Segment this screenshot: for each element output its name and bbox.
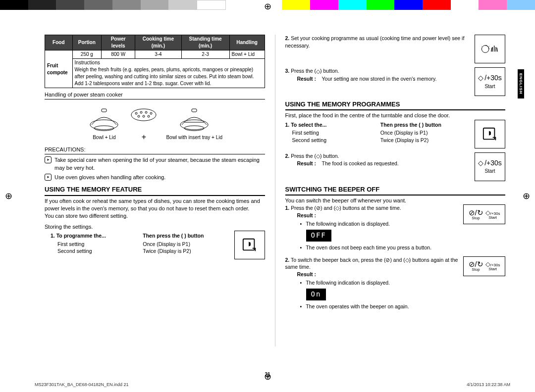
table-header-row: Food Portion Power levels Cooking time (…: [45, 35, 265, 50]
memprog-step-1: 1. To select the... First setting Second…: [285, 120, 506, 148]
body-text: You can store two different setting.: [45, 212, 265, 220]
beeper-step-1: 1. Press the (⊘) and (◇) buttons at the …: [285, 204, 506, 252]
svg-point-8: [138, 115, 140, 117]
memory-feature-title: USING THE MEMORY FEATURE: [45, 185, 265, 196]
step-num: 1.: [285, 205, 290, 211]
col-head: Then press the ( ) button: [380, 121, 471, 129]
beeper-step-2: 2. To switch the beeper back on, press t…: [285, 256, 506, 311]
step-text: ) and (: [390, 257, 405, 263]
registration-mark-icon: ⊕: [264, 1, 271, 12]
body-text: If you often cook or reheat the same typ…: [45, 197, 265, 213]
cell: First setting: [292, 129, 375, 137]
lcd-display: OFF: [306, 230, 331, 242]
step-text: ) buttons at the same time.: [339, 205, 401, 211]
th-food: Food: [45, 35, 73, 50]
result-label: Result :: [297, 271, 317, 277]
result-text: The food is cooked as requested.: [322, 160, 399, 166]
bullet-text: The oven does not beep each time you pre…: [306, 244, 431, 251]
cooking-table: Food Portion Power levels Cooking time (…: [45, 35, 265, 88]
print-footer: MS23F301TAK_BA_DE68-04182N_EN.indd 21 4/…: [35, 382, 510, 387]
column-divider: [275, 35, 275, 346]
registration-mark-icon: ⊕: [5, 191, 12, 201]
table-row: Instructions Weigh the fresh fruits (e.g…: [45, 59, 265, 88]
handling-subhead: Handling of power steam cooker: [45, 91, 265, 99]
page-content: Food Portion Power levels Cooking time (…: [0, 0, 535, 366]
instructions-text: Weigh the fresh fruits (e.g. apples, pea…: [75, 67, 254, 86]
steamer-icon: [87, 105, 121, 132]
footer-right: 4/1/2013 10:22:38 AM: [467, 382, 510, 387]
cell: Once (Display is P1): [143, 241, 230, 248]
step-text: Press the (: [291, 153, 316, 159]
page-number: 21: [265, 372, 270, 377]
step-3: 3. Press the (◇) button. Result : Your s…: [285, 67, 506, 96]
footer-left: MS23F301TAK_BA_DE68-04182N_EN.indd 21: [35, 382, 128, 387]
cell: First setting: [57, 241, 138, 248]
start-30s-icon: ◇/+30s Start: [475, 152, 505, 181]
precautions-title: PRECAUTIONS:: [45, 146, 265, 154]
precaution-item: Take special care when opening the lid o…: [45, 156, 265, 172]
step-text: Press the (: [291, 205, 316, 211]
table-row: Fruit compote 250 g 800 W 3-4 2-3 Bowl +…: [45, 50, 265, 59]
result-label: Result :: [297, 76, 317, 82]
svg-point-4: [135, 112, 137, 114]
step-num: 2.: [285, 153, 290, 159]
instructions-label: Instructions: [75, 60, 100, 65]
steamer-caption: Bowl with insert tray + Lid: [166, 134, 222, 141]
memory-step-1: 1. To programme the... First setting Sec…: [45, 231, 265, 259]
th-portion: Portion: [72, 35, 102, 50]
steamer-icon: [177, 105, 212, 132]
th-power: Power levels: [102, 35, 135, 50]
plus30s-label: /+30s: [484, 73, 502, 83]
step-text: ) button.: [320, 68, 339, 74]
language-tab: ENGLISH: [518, 69, 524, 98]
result-label: Result :: [297, 212, 317, 218]
right-column: 2. Set your cooking programme as usual (…: [285, 35, 506, 346]
svg-text:+: +: [488, 45, 490, 47]
stop-label: Stop: [472, 216, 480, 220]
cell: Second setting: [292, 137, 375, 144]
memory-button-icon: [234, 231, 265, 259]
step-num: 3.: [285, 68, 290, 74]
bullet-text: The following indication is displayed.: [306, 220, 390, 228]
svg-point-10: [148, 115, 150, 117]
svg-rect-1: [102, 109, 107, 112]
left-column: Food Portion Power levels Cooking time (…: [45, 35, 265, 346]
body-text: You can switch the beeper off whenever y…: [285, 197, 506, 204]
bullet-text: The oven operates with the beeper on aga…: [306, 303, 409, 310]
steamer-tray-icon: [126, 102, 161, 130]
step-num: 2.: [285, 35, 290, 41]
note-icon: [45, 156, 52, 163]
th-standtime: Standing time (min.): [181, 35, 229, 50]
precaution-text: Take special care when opening the lid o…: [54, 156, 265, 172]
stop-start-icon: ⊘/↻Stop ◇/+30sStart: [463, 256, 505, 276]
memprog-step-2: 2. Press the (◇) button. Result : The fo…: [285, 152, 506, 181]
step-num: 1.: [51, 233, 55, 239]
svg-rect-12: [192, 109, 197, 112]
svg-point-3: [131, 109, 156, 121]
svg-text:-: -: [482, 45, 482, 47]
col-head: Then press the ( ) button: [143, 232, 230, 240]
precaution-text: Use oven gloves when handling after cook…: [54, 174, 165, 181]
start-label: Start: [484, 168, 495, 175]
step-text: Set your cooking programme as usual (coo…: [285, 35, 465, 49]
steamer-insert: +: [126, 102, 161, 143]
lcd-display: On: [306, 289, 326, 300]
svg-line-23: [491, 48, 492, 51]
diamond-icon: ◇: [316, 152, 320, 160]
cell: 800 W: [102, 50, 135, 59]
start-label: Start: [488, 267, 497, 271]
svg-point-9: [143, 115, 145, 117]
start-label: Start: [488, 216, 497, 220]
cell: Twice (Display is P2): [143, 247, 230, 255]
note-icon: [45, 174, 52, 181]
cell: Bowl + Lid: [229, 50, 265, 59]
plus-icon: +: [142, 132, 146, 143]
stop-icon: ⊘: [316, 205, 321, 211]
food-cell: Fruit compote: [45, 50, 73, 88]
stop-start-icon: ⊘/↻Stop ◇/+30sStart: [463, 204, 505, 224]
registration-mark-icon: ⊕: [523, 191, 530, 201]
cell: Second setting: [57, 247, 138, 255]
stop-label: Stop: [472, 268, 480, 272]
step-num: 1.: [285, 122, 290, 128]
steamer-caption: Bowl + Lid: [93, 134, 115, 141]
